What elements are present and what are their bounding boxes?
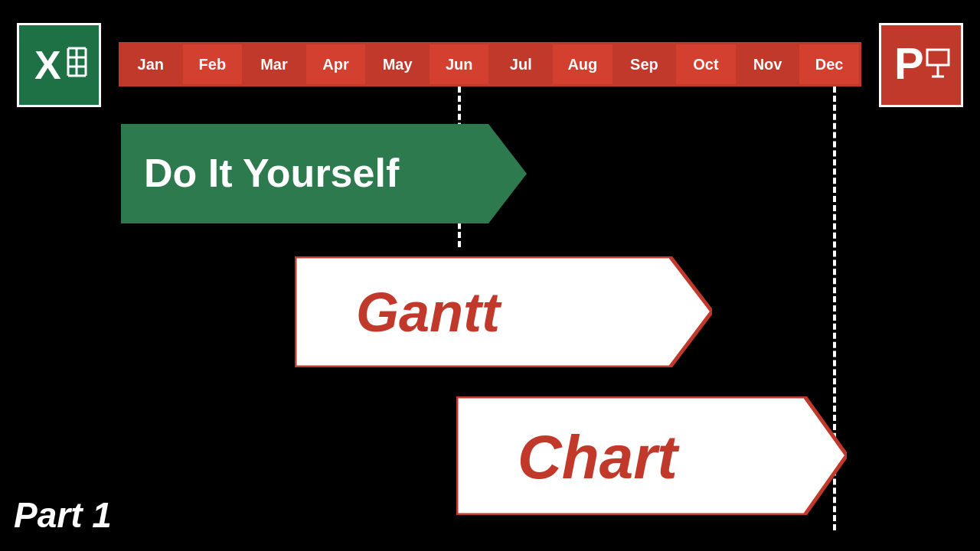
svg-text:P: P — [894, 38, 924, 88]
month-dec: Dec — [799, 44, 859, 84]
chart-text: Chart — [518, 423, 680, 491]
month-mar: Mar — [244, 44, 306, 84]
excel-logo: X — [17, 23, 101, 107]
excel-icon: X — [28, 34, 90, 96]
month-jun: Jun — [430, 44, 492, 84]
diy-text: Do It Yourself — [144, 151, 400, 195]
month-sep: Sep — [615, 44, 677, 84]
powerpoint-logo: P — [879, 23, 963, 107]
month-may: May — [368, 44, 430, 84]
month-oct: Oct — [676, 44, 738, 84]
powerpoint-icon: P — [890, 34, 952, 96]
part-label: Part 1 — [14, 494, 112, 536]
chart-arrow: Chart — [456, 396, 847, 515]
chart-arrow-shape: Chart — [456, 396, 847, 515]
month-jan: Jan — [121, 44, 183, 84]
gantt-arrow: Gantt — [295, 256, 712, 367]
month-bar: Jan Feb Mar Apr May Jun Jul Aug Sep Oct … — [119, 42, 861, 86]
month-feb: Feb — [183, 44, 245, 84]
gantt-arrow-shape: Gantt — [295, 256, 712, 367]
gantt-text: Gantt — [356, 282, 502, 343]
month-nov: Nov — [738, 44, 800, 84]
svg-text:X: X — [34, 43, 61, 87]
month-jul: Jul — [491, 44, 553, 84]
diy-arrow: Do It Yourself — [121, 124, 527, 223]
month-aug: Aug — [553, 44, 615, 84]
diy-arrow-shape: Do It Yourself — [121, 124, 527, 223]
month-apr: Apr — [306, 44, 368, 84]
